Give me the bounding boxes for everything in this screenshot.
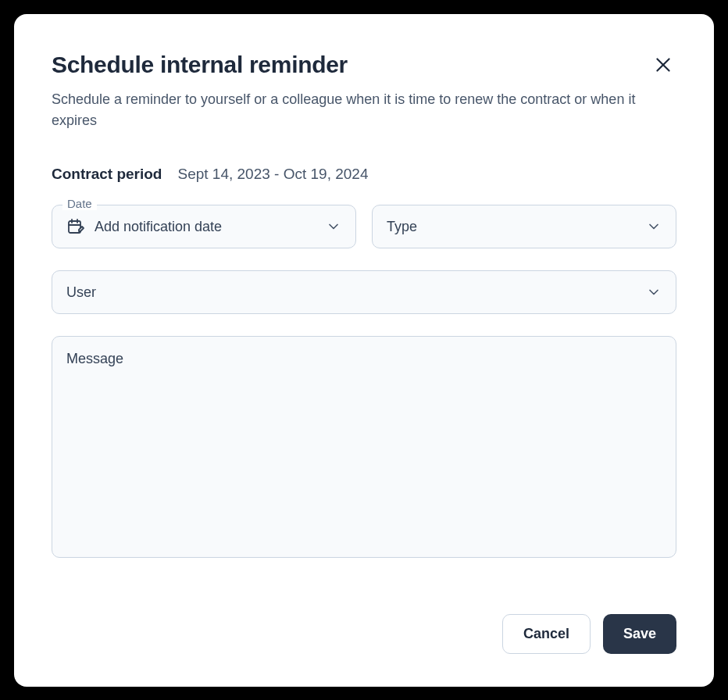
date-field-wrapper: Date Add notification date (52, 205, 356, 248)
user-placeholder: User (66, 284, 637, 301)
cancel-button[interactable]: Cancel (502, 614, 591, 654)
type-field[interactable]: Type (372, 205, 676, 248)
schedule-reminder-modal: Schedule internal reminder Schedule a re… (14, 14, 714, 687)
contract-period: Contract period Sept 14, 2023 - Oct 19, … (52, 166, 676, 183)
user-field-wrapper: User (52, 270, 676, 314)
close-icon (653, 55, 673, 75)
type-placeholder: Type (387, 219, 637, 235)
modal-title: Schedule internal reminder (52, 52, 348, 78)
message-field[interactable] (52, 336, 676, 558)
date-field[interactable]: Add notification date (52, 205, 356, 248)
contract-period-value: Sept 14, 2023 - Oct 19, 2024 (177, 166, 368, 183)
type-field-wrapper: Type (372, 205, 676, 248)
message-field-wrapper (52, 336, 676, 561)
modal-header: Schedule internal reminder (52, 52, 676, 78)
save-button[interactable]: Save (603, 614, 676, 654)
form-row-1: Date Add notification date Type (52, 205, 676, 248)
date-placeholder: Add notification date (95, 219, 316, 235)
chevron-down-icon (646, 219, 662, 234)
modal-footer: Cancel Save (52, 614, 676, 654)
chevron-down-icon (326, 219, 341, 234)
contract-period-label: Contract period (52, 166, 162, 183)
user-field[interactable]: User (52, 270, 676, 314)
modal-description: Schedule a reminder to yourself or a col… (52, 89, 676, 131)
close-button[interactable] (650, 52, 676, 78)
date-floating-label: Date (62, 197, 97, 210)
calendar-edit-icon (66, 217, 85, 236)
chevron-down-icon (646, 284, 662, 300)
